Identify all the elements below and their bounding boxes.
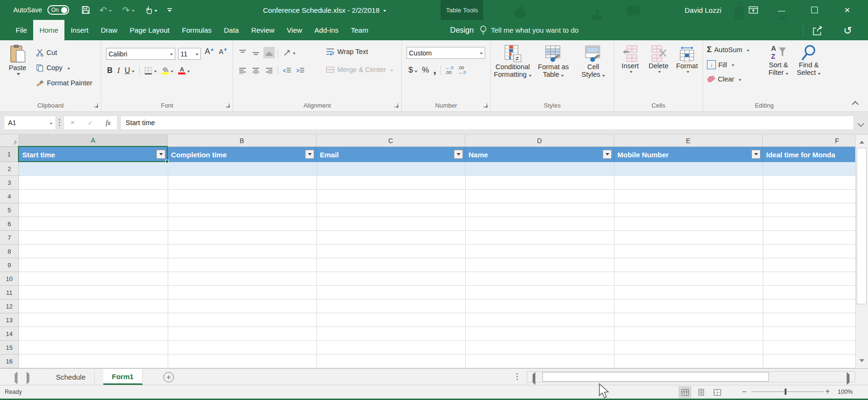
decrease-indent-button[interactable] — [281, 65, 293, 76]
column-header-F[interactable]: F — [763, 135, 868, 147]
conditional-formatting-button[interactable]: ≠ Conditional Formatting — [492, 44, 533, 78]
find-select-button[interactable]: Find & Select — [794, 44, 823, 76]
font-family-combo[interactable]: Calibri — [106, 48, 175, 60]
font-color-button[interactable]: A — [178, 67, 190, 74]
increase-indent-button[interactable] — [295, 65, 306, 76]
next-sheet-button[interactable] — [27, 374, 32, 382]
merge-center-button[interactable]: Merge & Center — [326, 66, 393, 73]
grid-row-4[interactable] — [19, 190, 855, 203]
user-name[interactable]: David Lozzi — [685, 0, 722, 20]
format-painter-button[interactable]: Format Painter — [36, 79, 92, 87]
decrease-decimal-button[interactable]: .00 →.0 — [458, 65, 466, 75]
save-button[interactable] — [81, 0, 90, 20]
filter-button-D[interactable] — [603, 150, 612, 159]
table-header-cell-E1[interactable]: Mobile Number — [614, 147, 763, 162]
grid-row-10[interactable] — [19, 272, 855, 286]
align-right-button[interactable] — [263, 65, 275, 76]
top-align-button[interactable] — [237, 47, 248, 58]
column-header-B[interactable]: B — [168, 135, 316, 147]
tab-data[interactable]: Data — [217, 20, 245, 40]
tab-home[interactable]: Home — [33, 20, 64, 40]
orientation-button[interactable] — [281, 47, 298, 58]
fill-handle[interactable] — [165, 160, 169, 163]
row-header-10[interactable]: 10 — [0, 272, 19, 286]
alignment-dialog-launcher-icon[interactable] — [394, 103, 399, 108]
row-header-1[interactable]: 1 — [0, 147, 19, 162]
insert-cells-button[interactable]: Insert — [617, 45, 643, 73]
clipboard-dialog-launcher-icon[interactable] — [94, 103, 99, 108]
banded-row-2[interactable] — [19, 162, 855, 176]
number-format-combo[interactable]: Custom — [407, 47, 485, 59]
underline-button[interactable]: U — [125, 66, 130, 75]
scroll-down-button[interactable] — [856, 356, 868, 368]
increase-decimal-button[interactable]: ←.0 .00 — [445, 65, 453, 75]
zoom-out-button[interactable]: − — [742, 388, 746, 396]
tab-insert[interactable]: Insert — [64, 20, 95, 40]
cut-button[interactable]: Cut — [36, 49, 57, 56]
row-header-6[interactable]: 6 — [0, 217, 19, 231]
row-header-12[interactable]: 12 — [0, 300, 19, 313]
grow-font-button[interactable]: A▲ — [205, 47, 214, 56]
column-header-A[interactable]: A — [19, 135, 168, 147]
close-button[interactable]: × — [844, 0, 850, 20]
collapse-ribbon-button[interactable] — [853, 100, 858, 109]
filter-button-B[interactable] — [305, 150, 314, 159]
minimize-button[interactable]: — — [778, 0, 785, 20]
filter-button-A[interactable] — [156, 150, 165, 159]
wrap-text-button[interactable]: Wrap Text — [326, 48, 368, 55]
tab-formulas[interactable]: Formulas — [176, 20, 218, 40]
grid-row-5[interactable] — [19, 203, 855, 217]
scroll-left-button[interactable] — [530, 374, 535, 382]
row-header-8[interactable]: 8 — [0, 245, 19, 258]
fill-color-button[interactable] — [162, 67, 173, 74]
shrink-font-button[interactable]: A▼ — [219, 48, 227, 55]
comma-style-button[interactable]: , — [434, 64, 436, 76]
row-header-11[interactable]: 11 — [0, 286, 19, 300]
grid-row-3[interactable] — [19, 176, 855, 190]
row-header-2[interactable]: 2 — [0, 162, 19, 176]
filter-button-C[interactable] — [454, 150, 463, 159]
number-dialog-launcher-icon[interactable] — [483, 103, 488, 108]
align-left-button[interactable] — [237, 65, 248, 76]
bold-button[interactable]: B — [107, 66, 113, 75]
format-cells-button[interactable]: Format — [674, 45, 700, 73]
tab-draw[interactable]: Draw — [95, 20, 124, 40]
tab-page-layout[interactable]: Page Layout — [124, 20, 176, 40]
formula-bar-splitter[interactable] — [59, 119, 60, 126]
grid-row-9[interactable] — [19, 258, 855, 272]
row-header-4[interactable]: 4 — [0, 190, 19, 203]
table-header-cell-B1[interactable]: Completion time — [168, 147, 316, 162]
tab-scrollbar-splitter[interactable] — [516, 373, 518, 380]
tab-review[interactable]: Review — [245, 20, 280, 40]
history-button[interactable]: ↺ — [843, 25, 852, 37]
tab-design[interactable]: Design — [441, 20, 483, 40]
scroll-up-button[interactable] — [856, 135, 868, 147]
bottom-align-button[interactable] — [263, 47, 275, 58]
sheet-tab-schedule[interactable]: Schedule — [47, 369, 95, 385]
zoom-in-button[interactable]: + — [825, 387, 830, 396]
autosave-toggle[interactable]: On — [47, 0, 69, 20]
vertical-scrollbar-thumb[interactable] — [857, 148, 867, 304]
scroll-right-button[interactable] — [847, 374, 852, 382]
row-header-16[interactable]: 16 — [0, 355, 19, 368]
horizontal-scrollbar-thumb[interactable] — [542, 372, 769, 382]
undo-button[interactable]: ↶ — [99, 0, 112, 20]
row-header-13[interactable]: 13 — [0, 313, 19, 327]
previous-sheet-button[interactable] — [12, 374, 18, 382]
touch-mouse-mode-button[interactable] — [145, 0, 157, 20]
tab-file[interactable]: File — [9, 20, 33, 40]
horizontal-scrollbar[interactable] — [527, 371, 855, 382]
table-header-cell-D1[interactable]: Name — [465, 147, 614, 162]
copy-button[interactable]: Copy — [36, 64, 70, 72]
column-header-C[interactable]: C — [316, 135, 465, 147]
align-center-button[interactable] — [250, 65, 262, 76]
grid-row-14[interactable] — [19, 327, 855, 341]
table-header-cell-A1[interactable]: Start time — [19, 147, 168, 162]
share-button[interactable] — [811, 25, 823, 38]
zoom-level[interactable]: 100% — [838, 389, 853, 395]
redo-button[interactable]: ↷ — [122, 0, 135, 20]
autosum-button[interactable]: Σ AutoSum — [707, 45, 750, 55]
font-size-combo[interactable]: 11 — [178, 48, 201, 60]
clear-button[interactable]: Clear — [707, 75, 741, 83]
filter-button-E[interactable] — [751, 150, 760, 159]
